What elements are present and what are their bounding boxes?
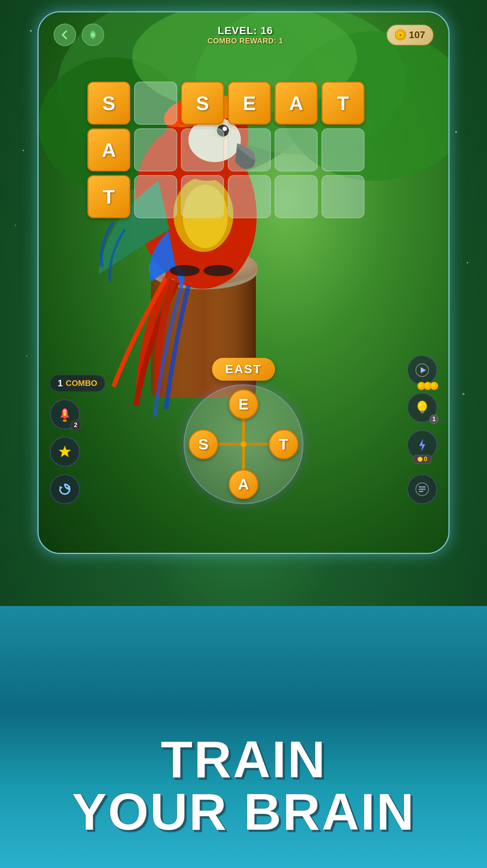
svg-text:★: ★: [399, 33, 402, 37]
svg-marker-39: [419, 439, 425, 451]
left-action-buttons: 1 COMBO 2: [50, 375, 105, 504]
tile-t-r2c0: T: [87, 175, 130, 218]
back-button[interactable]: [54, 24, 76, 46]
settings-button[interactable]: [82, 24, 104, 46]
scroll-icon: [415, 482, 429, 496]
current-word-display: EAST: [212, 358, 275, 381]
wheel-letter-e[interactable]: E: [229, 389, 258, 419]
lightning-count: 0: [424, 456, 427, 463]
shuffle-button[interactable]: [50, 474, 80, 504]
hint-badge: 1: [430, 415, 438, 424]
tile-empty-r1c2: [181, 128, 224, 171]
lightning-badge: 🟡 0: [413, 455, 432, 464]
sparkle-dot: [26, 356, 27, 357]
sparkle-dot: [22, 150, 24, 151]
svg-point-23: [91, 33, 95, 37]
back-icon: [60, 30, 70, 40]
rocket-badge: 2: [70, 420, 81, 430]
rocket-button[interactable]: 2: [50, 399, 80, 429]
tile-empty-r0c1: [134, 82, 177, 125]
word-grid: S S E A T A T: [87, 82, 365, 218]
svg-marker-34: [421, 367, 426, 373]
star-icon: [57, 444, 72, 459]
top-left-controls: [54, 24, 104, 46]
right-action-buttons: 1 🟡 0: [407, 355, 437, 504]
svg-point-35: [418, 401, 427, 411]
letter-wheel[interactable]: E A S T: [184, 384, 303, 504]
mini-coin: [430, 382, 438, 390]
sparkle-dot: [15, 225, 16, 226]
svg-point-38: [420, 403, 422, 406]
svg-point-17: [170, 265, 200, 276]
bulb-icon: [415, 400, 429, 415]
bottom-text-area: TRAIN YOUR BRAIN: [0, 733, 487, 838]
phone-frame: LEVEL: 16 COMBO REWARD: 1 ★ 107 S S: [37, 11, 450, 554]
level-info: LEVEL: 16 COMBO REWARD: 1: [208, 25, 283, 45]
wheel-letter-t[interactable]: T: [269, 429, 299, 459]
star-button[interactable]: [50, 437, 80, 467]
wheel-letter-a[interactable]: A: [229, 469, 258, 499]
gear-icon: [87, 29, 99, 41]
svg-point-37: [420, 412, 424, 414]
sparkle-dot: [455, 131, 457, 133]
combo-badge: 1 COMBO: [50, 375, 105, 392]
sparkle-dot: [467, 262, 468, 264]
tile-s-r0c0: S: [87, 82, 130, 125]
sparkle-dot: [30, 30, 32, 32]
train-text: TRAIN: [0, 733, 487, 786]
video-reward-button[interactable]: [407, 355, 437, 385]
top-bar: LEVEL: 16 COMBO REWARD: 1 ★ 107: [39, 24, 448, 46]
coins-badge: ★ 107: [387, 25, 433, 45]
tile-empty-r1c5: [321, 128, 365, 171]
lightning-button[interactable]: 🟡 0: [407, 430, 437, 460]
tile-a-r1c0: A: [87, 128, 130, 171]
coins-count: 107: [409, 29, 425, 41]
combo-reward-label: COMBO REWARD: 1: [208, 37, 283, 45]
refresh-icon: [58, 482, 72, 496]
lightning-icon: [416, 438, 428, 452]
tile-e-r0c3: E: [228, 82, 271, 125]
hint-button[interactable]: 1: [407, 393, 437, 423]
combo-number: 1: [58, 378, 63, 389]
tile-empty-r1c3: [228, 128, 271, 171]
coin-icon: ★: [395, 29, 406, 40]
tile-empty-r2c5: [321, 175, 365, 218]
combo-label: COMBO: [66, 378, 97, 388]
svg-marker-31: [60, 486, 63, 489]
tile-empty-r2c1: [134, 175, 177, 218]
tile-empty-r1c1: [134, 128, 177, 171]
video-coins: [419, 382, 438, 390]
sparkle-dot: [463, 393, 465, 395]
rocket-icon: [57, 407, 72, 422]
level-label: LEVEL: 16: [208, 25, 283, 37]
tile-empty-r2c3: [228, 175, 271, 218]
your-brain-text: YOUR BRAIN: [0, 786, 487, 838]
letter-wheel-container: EAST E A: [184, 358, 303, 504]
svg-point-46: [241, 441, 246, 447]
tile-s-r0c2: S: [181, 82, 224, 125]
svg-point-18: [203, 265, 233, 276]
tile-empty-r1c4: [275, 128, 318, 171]
video-play-icon: [415, 363, 429, 377]
tile-empty-r2c4: [275, 175, 318, 218]
scroll-button[interactable]: [407, 474, 437, 504]
svg-point-29: [63, 413, 66, 416]
tile-a-r0c4: A: [275, 82, 318, 125]
wheel-letter-s[interactable]: S: [188, 429, 218, 459]
svg-marker-30: [59, 446, 71, 457]
tile-t-r0c5: T: [321, 82, 365, 125]
coin-symbol: ★: [397, 31, 404, 39]
tile-empty-r2c2: [181, 175, 224, 218]
